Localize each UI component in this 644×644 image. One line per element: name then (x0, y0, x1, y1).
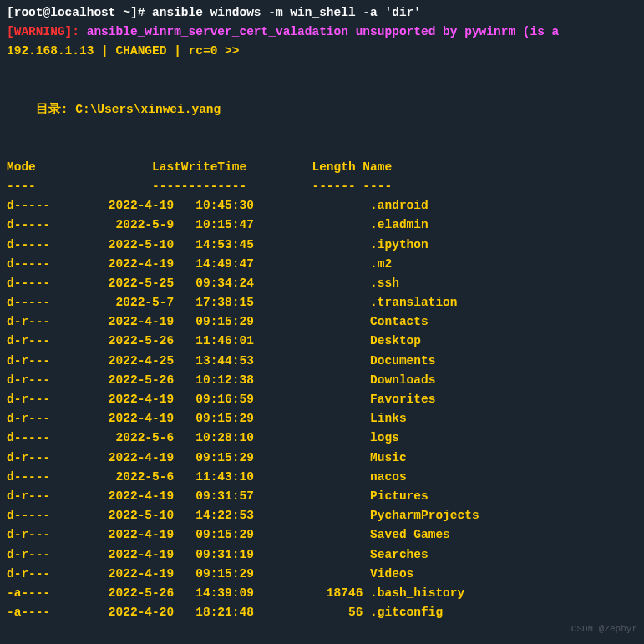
table-row: d-r--- 2022-4-25 13:44:53 Documents (7, 352, 637, 371)
table-row: d----- 2022-4-19 10:45:30 .android (7, 196, 637, 216)
host-status: 192.168.1.13 | CHANGED | rc=0 >> (7, 42, 637, 61)
table-row: -a---- 2022-4-20 18:21:48 56 .gitconfig (7, 603, 637, 622)
table-row: d----- 2022-5-9 10:15:47 .eladmin (7, 216, 637, 235)
warning-label: [WARNING]: (7, 25, 87, 38)
blank-line (7, 119, 637, 139)
shell-prompt: [root@localhost ~]# ansible windows -m w… (7, 3, 637, 23)
table-row: d-r--- 2022-4-19 09:15:29 Links (7, 409, 637, 428)
table-row: d----- 2022-5-7 17:38:15 .translation (7, 293, 637, 312)
directory-label: 目录: C:\Users\xinwei.yang (7, 100, 637, 119)
table-row: d-r--- 2022-4-19 09:16:59 Favorites (7, 390, 637, 409)
table-row: d-r--- 2022-4-19 09:15:29 Music (7, 449, 637, 468)
blank-line (7, 62, 637, 81)
table-row: d----- 2022-5-6 11:43:10 nacos (7, 468, 637, 487)
table-row: d-r--- 2022-4-19 09:31:57 Pictures (7, 487, 637, 506)
watermark: CSDN @Zephyr (571, 622, 637, 637)
table-row: d----- 2022-5-6 10:28:10 logs (7, 428, 637, 448)
warning-line: [WARNING]: ansible_winrm_server_cert_val… (7, 23, 637, 42)
table-row: d----- 2022-5-25 09:34:24 .ssh (7, 274, 637, 293)
table-header: Mode LastWriteTime Length Name (7, 158, 637, 177)
table-row: d-r--- 2022-4-19 09:15:29 Saved Games (7, 525, 637, 545)
table-header-separator: ---- ------------- ------ ---- (7, 177, 637, 196)
table-row: -a---- 2022-5-26 14:39:09 18746 .bash_hi… (7, 584, 637, 603)
table-row: d----- 2022-5-10 14:53:45 .ipython (7, 236, 637, 255)
warning-text: ansible_winrm_server_cert_valadation uns… (87, 25, 560, 38)
table-row: d----- 2022-4-19 14:49:47 .m2 (7, 255, 637, 274)
blank-line (7, 81, 637, 100)
table-row: d-r--- 2022-4-19 09:15:29 Videos (7, 565, 637, 584)
table-row: d-r--- 2022-5-26 10:12:38 Downloads (7, 371, 637, 390)
table-row: d-r--- 2022-4-19 09:15:29 Contacts (7, 312, 637, 332)
table-row: d-r--- 2022-5-26 11:46:01 Desktop (7, 332, 637, 351)
table-row: d----- 2022-5-10 14:22:53 PycharmProject… (7, 506, 637, 525)
table-row: d-r--- 2022-4-19 09:31:19 Searches (7, 545, 637, 565)
blank-line (7, 139, 637, 158)
